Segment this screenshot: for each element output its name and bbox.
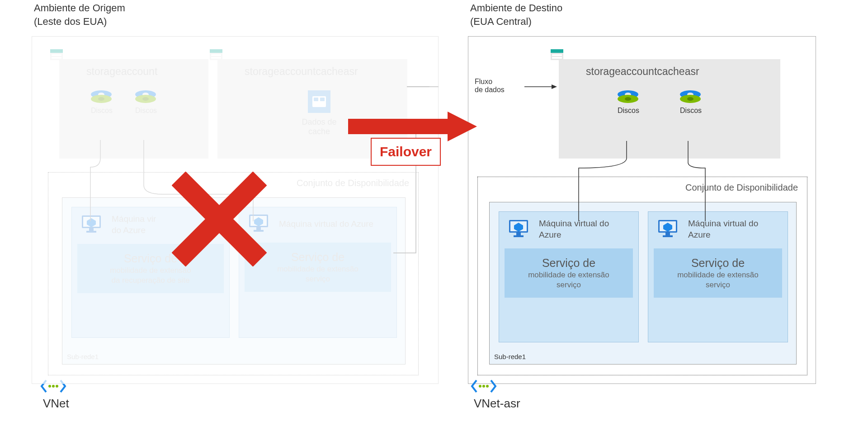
source-vnet-label: VNet <box>43 397 69 411</box>
vm-label: Máquina virtual do Azure <box>539 218 630 240</box>
target-vm-1: Máquina virtual do Azure Serviço de mobi… <box>499 211 639 342</box>
svg-rect-23 <box>552 54 562 56</box>
svg-rect-3 <box>52 57 61 59</box>
disk-stack-4: Discos <box>680 90 702 115</box>
svg-rect-34 <box>663 235 673 237</box>
svg-rect-21 <box>551 49 563 53</box>
target-env-subtitle: (EUA Central) <box>470 16 532 28</box>
source-cache-title: storageaccountcacheasr <box>217 59 407 78</box>
diagram-root: Ambiente de Origem (Leste dos EUA) Ambie… <box>0 0 868 430</box>
cache-icon <box>308 90 330 113</box>
flow-arrow <box>407 82 561 91</box>
svg-rect-11 <box>89 228 94 231</box>
svg-marker-42 <box>348 112 477 141</box>
source-avset-title: Conjunto de Disponibilidade <box>297 178 409 188</box>
storage-icon <box>50 49 63 60</box>
svg-rect-24 <box>552 57 562 59</box>
target-subnet-label: Sub-rede1 <box>494 353 526 360</box>
vm-label: Máquina virtual do Azure <box>688 218 779 240</box>
svg-rect-28 <box>516 233 521 235</box>
svg-rect-1 <box>50 53 63 60</box>
disk-stack-1: Discos <box>91 90 113 115</box>
cross-icon <box>172 172 267 266</box>
target-vnet-label: VNet-asr <box>474 397 520 411</box>
vm-icon <box>507 219 533 240</box>
service-box: Serviço de mobilidade de extensão serviç… <box>505 248 633 298</box>
target-avset-title: Conjunto de Disponibilidade <box>685 182 798 193</box>
svg-rect-22 <box>551 53 563 60</box>
storage-icon <box>551 49 563 60</box>
storage-icon <box>210 49 222 60</box>
failover-label: Failover <box>371 138 441 166</box>
vnet-icon <box>470 379 497 394</box>
source-subnet-label: Sub-rede1 <box>67 353 99 360</box>
svg-rect-4 <box>210 49 222 53</box>
source-env-subtitle: (Leste dos EUA) <box>34 16 107 28</box>
svg-point-18 <box>48 385 51 388</box>
svg-marker-40 <box>552 84 557 89</box>
source-storage-account: storageaccount Discos Discos <box>59 59 208 159</box>
target-vm-2: Máquina virtual do Azure Serviço de mobi… <box>648 211 788 342</box>
target-subnet: Sub-rede1 Máquina virtual do Azure Servi… <box>489 202 797 365</box>
svg-point-20 <box>56 385 58 388</box>
svg-rect-0 <box>50 49 63 53</box>
svg-rect-6 <box>211 54 221 56</box>
vnet-icon <box>40 379 67 394</box>
service-box: Serviço de mobilidade de extensão serviç… <box>654 248 782 298</box>
source-storage-title: storageaccount <box>59 59 208 78</box>
vm-icon <box>656 219 682 240</box>
svg-point-37 <box>486 385 489 388</box>
source-env-title: Ambiente de Origem <box>34 2 125 14</box>
target-cache-title: storageaccountcacheasr <box>559 59 780 78</box>
svg-point-35 <box>479 385 481 388</box>
svg-rect-33 <box>665 233 670 235</box>
svg-point-19 <box>52 385 55 388</box>
svg-point-36 <box>482 385 485 388</box>
vm-label: Máquina virtual do Azure <box>279 219 373 230</box>
disk-stack-2: Discos <box>135 90 157 115</box>
disk-stack-3: Discos <box>618 90 639 115</box>
svg-rect-7 <box>211 57 221 59</box>
svg-rect-12 <box>86 231 96 233</box>
svg-rect-5 <box>210 53 222 60</box>
vm-label: Máquina virdo Azure <box>112 214 156 236</box>
target-storage-cache: storageaccountcacheasr Discos Discos <box>559 59 780 159</box>
vm-icon <box>80 215 105 235</box>
target-env-title: Ambiente de Destino <box>470 2 562 14</box>
svg-rect-2 <box>52 54 61 56</box>
cache-label: Dados de cache <box>294 117 344 136</box>
target-vnet: Conjunto de Disponibilidade Sub-rede1 Má… <box>477 177 807 375</box>
svg-rect-29 <box>514 235 524 237</box>
